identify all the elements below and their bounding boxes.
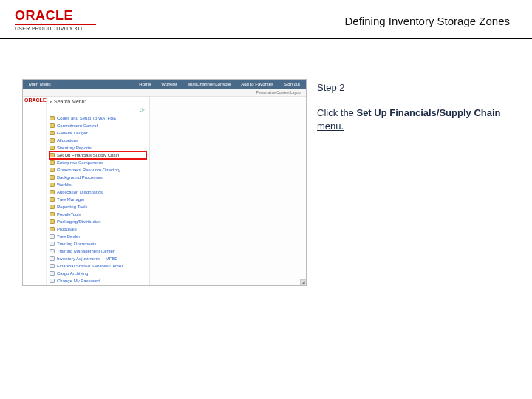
folder-icon bbox=[50, 175, 55, 180]
logo-block: ORACLE USER PRODUCTIVITY KIT bbox=[15, 9, 96, 31]
folder-icon bbox=[50, 227, 55, 231]
nav-item[interactable]: Cargo Archiving bbox=[50, 270, 146, 277]
folder-icon bbox=[50, 146, 55, 150]
nav-item-label: Reporting Tools bbox=[57, 204, 88, 211]
nav-item-label: Tree Manager bbox=[57, 197, 84, 203]
document-icon bbox=[50, 234, 55, 239]
topbar-link-favorites[interactable]: Add to Favorites bbox=[241, 82, 273, 86]
logo-divider bbox=[15, 24, 96, 25]
instruction-column: Step 2 Click the Set Up Financials/Suppl… bbox=[307, 39, 532, 349]
instruction-text: Click the Set Up Financials/Supply Chain… bbox=[317, 106, 517, 132]
nav-item-label: Training Management Center bbox=[57, 248, 115, 255]
nav-item-label: PeopleTools bbox=[57, 211, 81, 218]
nav-item[interactable]: Codes and Setup To WATFBE bbox=[50, 115, 146, 122]
nav-item-label: Change My Password bbox=[57, 278, 100, 284]
content-row: Main Menu Home Worklist MultiChannel Con… bbox=[0, 39, 532, 349]
screenshot-body: ORACLE ▾ Search Menu: ⟳ Codes and Setup … bbox=[23, 97, 306, 285]
refresh-icon[interactable]: ⟳ bbox=[140, 107, 145, 114]
nav-item[interactable]: Change My Password bbox=[50, 277, 146, 284]
nav-item[interactable]: Training Documents bbox=[50, 240, 146, 248]
nav-item-label: Set Up Financials/Supply Chain bbox=[57, 152, 119, 159]
app-screenshot: Main Menu Home Worklist MultiChannel Con… bbox=[22, 79, 307, 286]
nav-item-label: Tree Dealer bbox=[57, 233, 80, 240]
oracle-logo: ORACLE bbox=[15, 9, 96, 22]
scroll-corner-icon: ◢ bbox=[300, 279, 306, 285]
nav-refresh-row[interactable]: ⟳ bbox=[50, 106, 146, 115]
screenshot-nav: ▾ Search Menu: ⟳ Codes and Setup To WATF… bbox=[47, 97, 150, 285]
nav-item-label: Training Documents bbox=[57, 241, 96, 248]
screenshot-column: Main Menu Home Worklist MultiChannel Con… bbox=[0, 39, 307, 349]
nav-item-label: Background Processes bbox=[57, 174, 103, 181]
folder-icon bbox=[50, 123, 55, 128]
nav-item[interactable]: Training Management Center bbox=[50, 248, 146, 255]
topbar-left: Main Menu bbox=[29, 82, 129, 86]
nav-item-label: Enterprise Components bbox=[57, 160, 103, 166]
screenshot-left-logo-col: ORACLE bbox=[23, 97, 47, 285]
nav-item-label: Cargo Archiving bbox=[57, 270, 88, 277]
document-icon bbox=[50, 271, 55, 276]
nav-item[interactable]: PeopleTools bbox=[50, 211, 146, 218]
nav-item[interactable]: General Ledger bbox=[50, 129, 146, 137]
secondbar-text[interactable]: Personalize Content Layout bbox=[256, 90, 301, 95]
nav-item-label: Codes and Setup To WATFBE bbox=[57, 115, 116, 122]
nav-item-label: My Personalizations bbox=[57, 285, 97, 286]
nav-item[interactable]: Reporting Tools bbox=[50, 203, 146, 211]
instruction-prefix: Click the bbox=[317, 107, 356, 118]
topbar-link-console[interactable]: MultiChannel Console bbox=[188, 82, 231, 86]
nav-item[interactable]: Financial Shared Services Center bbox=[50, 262, 146, 270]
nav-item-label: Application Diagnostics bbox=[57, 189, 103, 196]
screenshot-main-area bbox=[150, 97, 306, 285]
document-icon bbox=[50, 249, 55, 253]
nav-item[interactable]: Background Processes bbox=[50, 174, 146, 181]
topbar-link-home[interactable]: Home bbox=[139, 82, 151, 86]
nav-item[interactable]: My Personalizations bbox=[50, 284, 146, 285]
nav-item-label: General Ledger bbox=[57, 130, 88, 137]
nav-item[interactable]: Packaging/Distribution bbox=[50, 218, 146, 225]
nav-item-label: Statutory Reports bbox=[57, 145, 92, 151]
nav-item[interactable]: Set Up Financials/Supply Chain bbox=[50, 151, 146, 159]
folder-icon bbox=[50, 160, 55, 165]
folder-icon bbox=[50, 183, 55, 187]
document-icon bbox=[50, 256, 55, 261]
nav-item-label: Inventory Adjustments – MFBE bbox=[57, 256, 117, 262]
nav-item[interactable]: Allocations bbox=[50, 137, 146, 144]
document-icon bbox=[50, 279, 55, 283]
screenshot-secondbar: Personalize Content Layout bbox=[23, 89, 306, 97]
topbar-link-signout[interactable]: Sign out bbox=[284, 82, 300, 86]
nav-item[interactable]: Tree Dealer bbox=[50, 233, 146, 240]
nav-item[interactable]: Commitment Control bbox=[50, 122, 146, 129]
folder-icon bbox=[50, 205, 55, 209]
folder-icon bbox=[50, 131, 55, 135]
folder-icon bbox=[50, 197, 55, 202]
chevron-down-icon: ▾ bbox=[50, 99, 52, 104]
nav-item[interactable]: Enterprise Components bbox=[50, 159, 146, 166]
nav-item-label: Allocations bbox=[57, 137, 78, 144]
nav-item[interactable]: Worklist bbox=[50, 181, 146, 188]
nav-item[interactable]: Statutory Reports bbox=[50, 144, 146, 151]
step-label: Step 2 bbox=[317, 82, 517, 93]
document-icon bbox=[50, 264, 55, 268]
nav-item[interactable]: Inventory Adjustments – MFBE bbox=[50, 255, 146, 262]
logo-subtext: USER PRODUCTIVITY KIT bbox=[15, 26, 96, 31]
nav-item[interactable]: Proposals bbox=[50, 225, 146, 233]
document-icon bbox=[50, 242, 55, 246]
folder-icon bbox=[50, 219, 55, 224]
screenshot-topbar: Main Menu Home Worklist MultiChannel Con… bbox=[23, 80, 306, 89]
nav-item-label: Packaging/Distribution bbox=[57, 219, 101, 225]
page-title: Defining Inventory Storage Zones bbox=[345, 9, 517, 27]
folder-icon bbox=[50, 153, 55, 157]
nav-item-label: Worklist bbox=[57, 182, 72, 188]
mini-oracle-logo: ORACLE bbox=[24, 97, 44, 103]
nav-item[interactable]: Government Resource Directory bbox=[50, 166, 146, 174]
nav-item[interactable]: Tree Manager bbox=[50, 196, 146, 203]
nav-item[interactable]: Application Diagnostics bbox=[50, 188, 146, 196]
nav-item-label: Government Resource Directory bbox=[57, 167, 120, 174]
folder-icon bbox=[50, 190, 55, 194]
folder-icon bbox=[50, 212, 55, 216]
page-header: ORACLE USER PRODUCTIVITY KIT Defining In… bbox=[0, 0, 532, 35]
nav-item-label: Commitment Control bbox=[57, 123, 98, 129]
topbar-link-worklist[interactable]: Worklist bbox=[161, 82, 177, 86]
instruction-target: Set Up Financials/Supply Chain bbox=[356, 107, 500, 118]
nav-header: ▾ Search Menu: bbox=[50, 98, 146, 106]
nav-list: Codes and Setup To WATFBECommitment Cont… bbox=[50, 115, 146, 285]
